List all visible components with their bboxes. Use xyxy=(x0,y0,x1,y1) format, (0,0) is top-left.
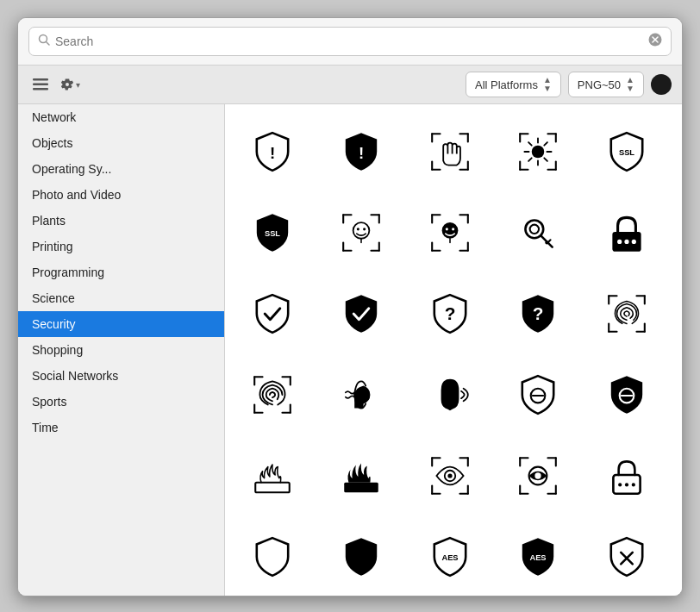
format-arrows: ▲▼ xyxy=(626,76,634,93)
svg-point-57 xyxy=(445,228,447,230)
list-view-button[interactable] xyxy=(28,76,53,93)
svg-rect-105 xyxy=(555,457,557,466)
svg-text:?: ? xyxy=(444,303,455,323)
svg-rect-5 xyxy=(33,78,48,81)
svg-point-58 xyxy=(452,228,454,230)
icon-shield-check-filled[interactable] xyxy=(322,275,400,353)
svg-rect-38 xyxy=(342,214,344,223)
icon-shield-question-filled[interactable]: ? xyxy=(499,275,577,353)
svg-rect-83 xyxy=(253,403,255,413)
app-window: ▾ All Platforms ▲▼ PNG~50 ▲▼ Network Obj… xyxy=(17,17,683,596)
svg-point-66 xyxy=(625,240,629,244)
sidebar-item-social-networks[interactable]: Social Networks xyxy=(18,363,224,389)
svg-rect-77 xyxy=(644,322,646,332)
clear-icon[interactable] xyxy=(648,33,662,50)
search-input-wrap xyxy=(28,27,672,56)
icon-shield-blocked-outline[interactable] xyxy=(499,356,577,434)
svg-rect-11 xyxy=(431,133,433,142)
svg-point-101 xyxy=(447,473,452,478)
svg-rect-91 xyxy=(344,483,378,492)
svg-rect-99 xyxy=(466,484,468,494)
format-dropdown[interactable]: PNG~50 ▲▼ xyxy=(568,72,644,97)
sidebar-item-photo-video[interactable]: Photo and Video xyxy=(18,182,224,208)
icon-eye-scan[interactable] xyxy=(411,437,489,515)
icon-ssl-shield-filled[interactable]: SSL xyxy=(234,194,311,272)
svg-rect-13 xyxy=(466,133,468,142)
svg-point-46 xyxy=(357,228,359,230)
icon-shield-empty-filled[interactable] xyxy=(322,518,400,596)
svg-text:SSL: SSL xyxy=(619,148,634,157)
svg-rect-109 xyxy=(555,484,557,494)
icon-shield-empty-outline[interactable] xyxy=(234,518,311,596)
icon-shield-x-outline[interactable] xyxy=(588,518,666,596)
sidebar-item-time[interactable]: Time xyxy=(18,415,224,440)
icon-aes-shield-filled[interactable]: AES xyxy=(499,518,577,596)
svg-rect-103 xyxy=(520,457,522,466)
sidebar-item-science[interactable]: Science xyxy=(18,285,224,311)
svg-point-113 xyxy=(618,483,622,486)
svg-text:!: ! xyxy=(359,144,364,162)
svg-point-56 xyxy=(441,222,458,239)
svg-text:?: ? xyxy=(533,303,544,323)
icon-malware-scan[interactable] xyxy=(499,113,577,190)
sidebar-item-sports[interactable]: Sports xyxy=(18,389,224,415)
icon-face-scan-outline[interactable] xyxy=(322,194,400,272)
svg-rect-23 xyxy=(520,160,522,170)
sidebar-item-programming[interactable]: Programming xyxy=(18,259,224,285)
svg-point-114 xyxy=(625,483,628,486)
icon-fingerprint-scan[interactable] xyxy=(588,275,666,353)
svg-rect-42 xyxy=(342,241,344,251)
svg-rect-95 xyxy=(466,457,468,466)
svg-line-33 xyxy=(528,158,532,161)
svg-rect-97 xyxy=(431,484,433,494)
svg-rect-81 xyxy=(290,376,291,385)
sidebar-item-operating-sy[interactable]: Operating Sy... xyxy=(18,156,224,182)
icon-voice-wave[interactable] xyxy=(322,356,400,434)
sidebar-item-network[interactable]: Network xyxy=(18,104,224,130)
svg-text:AES: AES xyxy=(530,553,547,562)
svg-rect-73 xyxy=(644,295,646,304)
icon-face-wave[interactable] xyxy=(411,356,489,434)
sidebar-item-security[interactable]: Security xyxy=(18,311,224,337)
format-label: PNG~50 xyxy=(578,78,621,91)
settings-button[interactable]: ▾ xyxy=(56,75,84,94)
svg-point-45 xyxy=(353,222,369,239)
icon-key-search[interactable] xyxy=(499,194,577,272)
icon-password-lock[interactable] xyxy=(588,194,666,272)
icon-shield-blocked-filled[interactable] xyxy=(588,356,666,434)
sidebar-item-printing[interactable]: Printing xyxy=(18,234,224,259)
icon-shield-check-outline[interactable] xyxy=(234,275,311,353)
icon-firewall-filled[interactable] xyxy=(322,437,400,515)
svg-rect-55 xyxy=(466,241,468,251)
sidebar-item-objects[interactable]: Objects xyxy=(18,130,224,156)
icon-ssl-shield-outline[interactable]: SSL xyxy=(588,113,666,190)
icon-aes-shield-outline[interactable]: AES xyxy=(411,518,489,596)
icon-firewall-outline[interactable] xyxy=(234,437,311,515)
icon-eye-scan-circle[interactable] xyxy=(499,437,577,515)
svg-point-26 xyxy=(532,146,545,159)
svg-rect-21 xyxy=(555,133,557,142)
icon-padlock-dots[interactable] xyxy=(588,437,666,515)
svg-line-34 xyxy=(545,158,548,161)
icon-hand-scanner[interactable] xyxy=(411,113,489,190)
svg-rect-6 xyxy=(33,84,48,86)
svg-point-111 xyxy=(535,472,541,478)
color-swatch-button[interactable] xyxy=(651,74,672,95)
svg-rect-79 xyxy=(253,376,255,385)
icon-face-scan-filled[interactable] xyxy=(411,194,489,272)
sidebar-item-shopping[interactable]: Shopping xyxy=(18,337,224,363)
icon-fingerprint-scan2[interactable] xyxy=(234,356,311,434)
toolbar-left: ▾ xyxy=(28,75,84,94)
svg-rect-93 xyxy=(431,457,433,466)
svg-rect-17 xyxy=(466,160,468,170)
search-input[interactable] xyxy=(55,34,643,48)
svg-line-32 xyxy=(545,142,548,146)
icon-shield-exclamation-outline[interactable]: ! xyxy=(234,113,311,190)
platform-dropdown[interactable]: All Platforms ▲▼ xyxy=(466,72,561,97)
sidebar-item-plants[interactable]: Plants xyxy=(18,208,224,234)
svg-text:AES: AES xyxy=(441,553,458,562)
svg-rect-44 xyxy=(378,241,380,251)
icon-shield-exclamation-filled[interactable]: ! xyxy=(322,113,400,190)
icon-shield-question-outline[interactable]: ? xyxy=(411,275,489,353)
svg-rect-19 xyxy=(520,133,522,142)
